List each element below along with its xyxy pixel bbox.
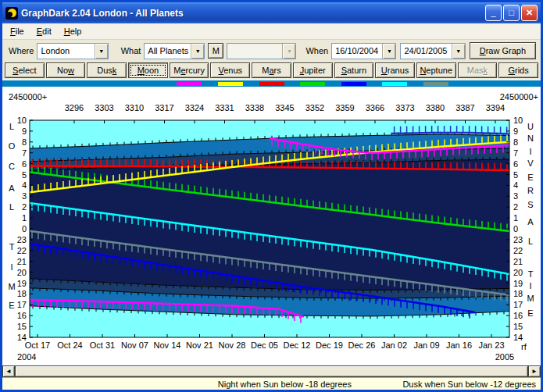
chart-panel: 2450000+2450000+329633033310331733243331… bbox=[2, 87, 541, 365]
svg-text:3324: 3324 bbox=[185, 103, 204, 112]
svg-text:0: 0 bbox=[513, 224, 518, 233]
svg-text:3331: 3331 bbox=[215, 103, 234, 112]
svg-text:17: 17 bbox=[17, 300, 27, 309]
extra-combobox-disabled: ▼ bbox=[227, 43, 296, 59]
svg-text:L: L bbox=[9, 202, 14, 212]
svg-text:5: 5 bbox=[513, 170, 518, 180]
app-icon bbox=[5, 7, 18, 20]
color-key-uranus bbox=[382, 82, 407, 86]
svg-text:2450000+: 2450000+ bbox=[500, 92, 538, 102]
svg-text:6: 6 bbox=[513, 159, 518, 169]
menu-help[interactable]: Help bbox=[58, 25, 88, 37]
svg-text:Jan 02: Jan 02 bbox=[381, 340, 407, 350]
app-window: GraphDark 2.04 London - All Planets _ □ … bbox=[0, 0, 543, 392]
svg-text:Oct 17: Oct 17 bbox=[25, 340, 50, 350]
date-to-combobox[interactable]: 24/01/2005 ▼ bbox=[400, 43, 465, 59]
horizontal-scrollbar[interactable]: ◄ ► bbox=[2, 365, 541, 377]
svg-text:7: 7 bbox=[22, 148, 27, 158]
graph-canvas: 2450000+2450000+329633033310331733243331… bbox=[2, 87, 541, 365]
svg-text:2005: 2005 bbox=[495, 352, 514, 362]
svg-text:17: 17 bbox=[513, 300, 523, 309]
minimize-icon: _ bbox=[491, 8, 495, 17]
svg-text:22: 22 bbox=[513, 246, 523, 255]
svg-text:15: 15 bbox=[17, 322, 27, 331]
svg-text:2: 2 bbox=[513, 202, 518, 212]
svg-text:Dec 05: Dec 05 bbox=[251, 340, 278, 350]
what-label: What bbox=[121, 46, 141, 55]
button-venus[interactable]: Venus bbox=[210, 62, 250, 78]
svg-text:21: 21 bbox=[17, 257, 27, 266]
svg-text:3: 3 bbox=[513, 191, 518, 201]
scrollbar-thumb[interactable] bbox=[15, 365, 528, 377]
svg-text:2450000+: 2450000+ bbox=[9, 92, 47, 102]
svg-text:16: 16 bbox=[513, 311, 523, 320]
button-now[interactable]: Now bbox=[46, 62, 86, 78]
svg-text:20: 20 bbox=[17, 268, 27, 277]
svg-text:3366: 3366 bbox=[366, 103, 384, 112]
svg-text:Dec 12: Dec 12 bbox=[284, 340, 311, 350]
svg-text:M: M bbox=[8, 282, 15, 291]
svg-text:R: R bbox=[527, 186, 534, 195]
menu-edit[interactable]: Edit bbox=[30, 25, 58, 37]
scroll-left-button[interactable]: ◄ bbox=[2, 365, 15, 377]
maximize-button[interactable]: □ bbox=[503, 5, 520, 21]
svg-text:V: V bbox=[527, 159, 534, 168]
button-mars[interactable]: Mars bbox=[252, 62, 291, 78]
button-saturn[interactable]: Saturn bbox=[334, 62, 374, 78]
svg-text:Oct 24: Oct 24 bbox=[57, 340, 82, 350]
svg-text:U: U bbox=[527, 122, 534, 131]
menu-file[interactable]: File bbox=[4, 25, 30, 37]
svg-text:3359: 3359 bbox=[335, 103, 354, 112]
svg-text:Nov 21: Nov 21 bbox=[186, 340, 213, 350]
what-combobox[interactable]: All Planets ▼ bbox=[144, 43, 205, 59]
svg-text:5: 5 bbox=[22, 170, 27, 180]
svg-text:1: 1 bbox=[22, 213, 27, 223]
date-from-combobox[interactable]: 16/10/2004 ▼ bbox=[331, 43, 396, 59]
dropdown-arrow-icon[interactable]: ▼ bbox=[382, 44, 395, 59]
svg-text:3387: 3387 bbox=[455, 103, 474, 112]
svg-text:M: M bbox=[527, 294, 534, 303]
planet-button-row: SelectNowDuskMoonMercuryVenusMarsJupiter… bbox=[2, 62, 541, 80]
minimize-button[interactable]: _ bbox=[485, 5, 502, 21]
button-grids[interactable]: Grids bbox=[498, 62, 538, 78]
svg-text:Jan 09: Jan 09 bbox=[413, 340, 439, 350]
svg-text:0: 0 bbox=[22, 224, 27, 233]
dropdown-arrow-icon[interactable]: ▼ bbox=[95, 44, 108, 59]
svg-text:22: 22 bbox=[17, 246, 27, 255]
svg-text:19: 19 bbox=[17, 279, 27, 288]
button-select[interactable]: Select bbox=[5, 62, 45, 78]
extra-combobox-value bbox=[227, 44, 233, 59]
svg-text:Dec 19: Dec 19 bbox=[316, 340, 343, 350]
svg-text:I: I bbox=[529, 147, 531, 156]
svg-text:9: 9 bbox=[513, 127, 518, 136]
svg-text:Nov 07: Nov 07 bbox=[121, 340, 148, 350]
svg-text:rf: rf bbox=[521, 342, 527, 351]
svg-text:3352: 3352 bbox=[305, 103, 324, 112]
dropdown-arrow-icon[interactable]: ▼ bbox=[191, 44, 204, 59]
svg-text:E: E bbox=[9, 301, 14, 310]
button-uranus[interactable]: Uranus bbox=[375, 62, 415, 78]
button-jupiter[interactable]: Jupiter bbox=[293, 62, 333, 78]
color-key-mercury bbox=[177, 82, 202, 86]
when-label: When bbox=[305, 46, 328, 55]
svg-text:6: 6 bbox=[22, 159, 27, 169]
dropdown-arrow-icon: ▼ bbox=[282, 44, 295, 59]
close-button[interactable]: ✕ bbox=[521, 5, 538, 21]
maximize-icon: □ bbox=[509, 8, 514, 17]
svg-text:8: 8 bbox=[513, 137, 518, 147]
color-key-neptune bbox=[423, 82, 448, 86]
button-moon[interactable]: Moon bbox=[128, 62, 168, 78]
button-mercury[interactable]: Mercury bbox=[170, 62, 209, 78]
button-dusk[interactable]: Dusk bbox=[87, 62, 127, 78]
scroll-right-button[interactable]: ► bbox=[528, 365, 541, 377]
where-label: Where bbox=[9, 46, 34, 55]
svg-text:Nov 28: Nov 28 bbox=[219, 340, 246, 350]
title-bar[interactable]: GraphDark 2.04 London - All Planets _ □ … bbox=[2, 2, 541, 23]
svg-text:3338: 3338 bbox=[245, 103, 264, 112]
dropdown-arrow-icon[interactable]: ▼ bbox=[452, 44, 465, 59]
where-combobox[interactable]: London ▼ bbox=[37, 43, 108, 59]
button-mask: Mask bbox=[458, 62, 498, 78]
m-button: M bbox=[208, 43, 223, 59]
button-neptune[interactable]: Neptune bbox=[416, 62, 456, 78]
draw-graph-button[interactable]: Draw Graph bbox=[470, 42, 536, 59]
